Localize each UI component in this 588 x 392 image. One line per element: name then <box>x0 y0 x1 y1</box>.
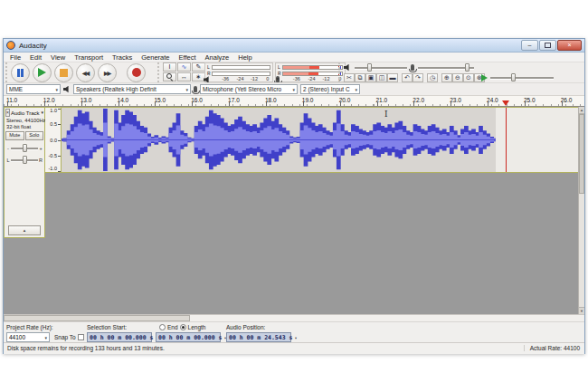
skip-to-end-button[interactable]: ▶▶ <box>98 63 117 82</box>
menu-help[interactable]: Help <box>233 53 256 62</box>
title-bar[interactable]: Audacity – × <box>4 39 584 53</box>
stop-button[interactable] <box>54 63 73 82</box>
minimize-button[interactable]: – <box>521 40 538 51</box>
play-speed-slider[interactable] <box>490 73 554 81</box>
copy-button[interactable]: ⧉ <box>355 73 365 82</box>
envelope-tool-button[interactable]: ∿ <box>177 62 191 72</box>
silence-selection-icon: ▬ <box>390 74 396 81</box>
selection-length-field[interactable]: 00 h 00 m 00.000 s▾ <box>156 332 221 342</box>
waveform-display[interactable]: I <box>61 107 579 173</box>
zoom-tool-button[interactable] <box>163 72 176 81</box>
trim-outside-selection-button[interactable]: ◫ <box>376 73 387 82</box>
meter-bar <box>212 65 270 70</box>
close-button[interactable]: × <box>557 40 582 51</box>
vertical-scroll-thumb[interactable] <box>579 114 584 194</box>
pan-thumb[interactable] <box>23 156 27 164</box>
play-at-speed-icon[interactable] <box>481 74 488 81</box>
end-length-radios: End Length <box>159 324 205 330</box>
selection-tool-button[interactable]: I <box>163 62 176 72</box>
output-volume-thumb[interactable] <box>367 63 372 72</box>
time-shift-tool-button[interactable]: ↔ <box>177 72 191 81</box>
ruler-tick <box>450 102 451 106</box>
menu-edit[interactable]: Edit <box>25 53 46 62</box>
pause-button[interactable] <box>11 63 30 82</box>
output-volume-slider[interactable] <box>355 63 407 72</box>
audio-position-label: Audio Position: <box>226 324 265 330</box>
audio-position-field[interactable]: 00 h 00 m 24.543 s▾ <box>226 332 291 342</box>
length-radio[interactable] <box>180 324 186 330</box>
menu-view[interactable]: View <box>46 53 70 62</box>
device-toolbar: MME▾ Speakers (Realtek High Definit▾ Mic… <box>4 82 584 95</box>
playback-meter[interactable]: LR▾-36-24-120 <box>204 62 273 82</box>
pan-slider[interactable] <box>11 156 38 164</box>
zoom-in-button[interactable]: ⊕ <box>441 73 452 82</box>
undo-icon: ↶ <box>404 74 410 81</box>
status-bar: Disk space remains for recording 133 hou… <box>4 342 584 354</box>
horizontal-scrollbar[interactable] <box>4 314 584 321</box>
zoom-tool-icon <box>166 73 174 81</box>
chevron-down-icon: ▾ <box>353 87 357 92</box>
stop-icon <box>60 69 68 77</box>
ruler-tick <box>266 102 267 106</box>
window-controls: – × <box>521 40 582 51</box>
project-rate-select[interactable]: 44100▾ <box>6 332 50 342</box>
recording-device-select[interactable]: Microphone (Yeti Stereo Micro▾ <box>200 84 298 94</box>
fit-selection-button[interactable]: ⊙ <box>463 73 474 82</box>
silence-selection-button[interactable]: ▬ <box>387 73 398 82</box>
meter-scale-label: -36 <box>222 76 229 81</box>
menu-file[interactable]: File <box>5 53 25 62</box>
gain-slider[interactable] <box>11 144 38 152</box>
vertical-amplitude-ruler[interactable]: 1.00.50.0-0.5-1.0 <box>45 107 61 173</box>
menu-transport[interactable]: Transport <box>70 53 108 62</box>
maximize-button[interactable] <box>539 40 556 51</box>
fit-selection-icon: ⊙ <box>466 74 471 81</box>
input-volume-slider[interactable] <box>418 63 474 72</box>
ruler-minor-ticks <box>4 104 584 106</box>
vruler-label: 1.0 <box>50 108 57 113</box>
track-close-button[interactable]: × <box>5 109 10 117</box>
recording-meter[interactable]: LR▾-36-24-120 <box>275 62 346 82</box>
menu-analyze[interactable]: Analyze <box>201 53 234 62</box>
menu-generate[interactable]: Generate <box>137 53 174 62</box>
redo-button[interactable]: ↷ <box>413 73 423 82</box>
cut-icon: ✂ <box>346 74 352 81</box>
solo-button[interactable]: Solo <box>25 131 44 140</box>
ruler-tick <box>303 102 304 106</box>
gain-thumb[interactable] <box>23 144 27 152</box>
playback-device-select[interactable]: Speakers (Realtek High Definit▾ <box>73 84 191 94</box>
mute-button[interactable]: Mute <box>5 131 24 140</box>
skip-to-start-button[interactable]: ◀◀ <box>76 63 95 82</box>
selection-start-field[interactable]: 00 h 00 m 00.000 s▾ <box>87 332 152 342</box>
input-volume-thumb[interactable] <box>465 63 469 72</box>
track-canvas[interactable]: × Audio Track ▼ Stereo, 44100Hz 32-bit f… <box>4 107 584 314</box>
recording-channels-select[interactable]: 2 (Stereo) Input C▾ <box>300 84 360 94</box>
vertical-scrollbar[interactable]: ▲ ▼ <box>578 107 584 314</box>
selection-start-value: 00 h 00 m 00.000 s <box>90 334 153 341</box>
audio-host-select[interactable]: MME▾ <box>6 84 61 94</box>
track-name[interactable]: Audio Track <box>11 110 40 116</box>
timeline-ruler[interactable]: 11.012.013.014.015.016.017.018.019.020.0… <box>4 95 584 107</box>
vruler-label: 0.0 <box>50 138 57 143</box>
menu-tracks[interactable]: Tracks <box>108 53 137 62</box>
meter-scale-label: -36 <box>293 76 300 81</box>
snap-to-checkbox[interactable] <box>78 334 84 340</box>
undo-button[interactable]: ↶ <box>402 73 413 82</box>
scroll-down-icon[interactable]: ▼ <box>579 307 584 314</box>
paste-button[interactable]: ▣ <box>365 73 376 82</box>
sync-lock-tracks-button[interactable]: ◷ <box>427 73 438 82</box>
end-radio[interactable] <box>159 324 166 330</box>
zoom-out-button[interactable]: ⊖ <box>452 73 463 82</box>
track-collapse-button[interactable]: ▴ <box>8 225 41 235</box>
multi-tool-button[interactable]: ∗ <box>192 72 205 81</box>
scroll-up-icon[interactable]: ▲ <box>579 107 584 114</box>
play-speed-thumb[interactable] <box>511 73 516 81</box>
menu-effect[interactable]: Effect <box>175 53 201 62</box>
play-button[interactable] <box>33 63 52 82</box>
record-button[interactable] <box>127 63 146 82</box>
meter-scale-label: -24 <box>236 76 243 81</box>
horizontal-scroll-thumb[interactable] <box>4 315 190 321</box>
draw-tool-button[interactable]: ✎ <box>192 62 205 72</box>
track-menu-icon[interactable]: ▼ <box>41 110 44 115</box>
cut-button[interactable]: ✂ <box>344 73 355 82</box>
meter-channel-row: L <box>207 64 270 70</box>
